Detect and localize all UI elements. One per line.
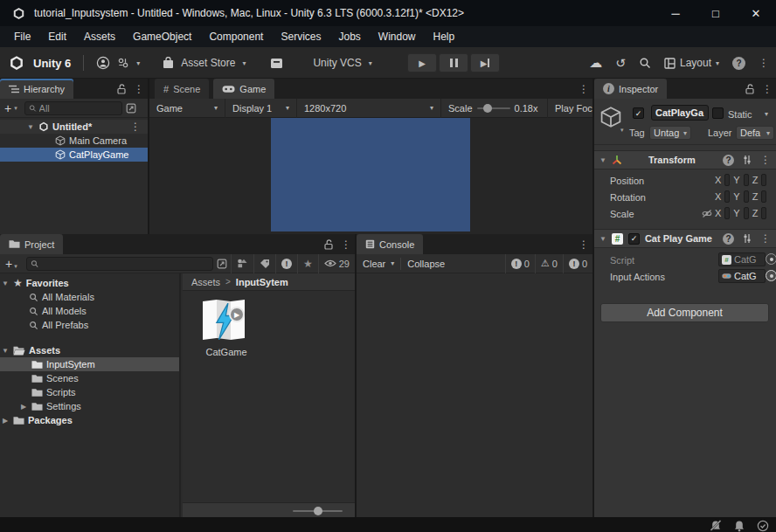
lock-open-icon[interactable] [324, 239, 333, 250]
layout-dropdown[interactable]: Layout ▾ [664, 57, 719, 69]
foldout-open-icon[interactable]: ▼ [599, 235, 606, 243]
folder-item-scripts[interactable]: Scripts [0, 385, 179, 399]
game-view-kebab-icon[interactable]: ⋮ [579, 83, 589, 95]
unity-vcs-button[interactable]: Unity VCS [313, 57, 361, 69]
add-object-caret-icon[interactable]: ▾ [14, 105, 17, 112]
favorites-item-all-models[interactable]: All Models [0, 304, 179, 318]
presets-icon[interactable] [742, 155, 752, 165]
hidden-packages-icon[interactable]: ! [275, 254, 297, 273]
help-icon[interactable]: ? [723, 233, 734, 245]
menu-services[interactable]: Services [272, 26, 329, 47]
link-broken-icon[interactable] [702, 209, 712, 218]
folder-item-scenes[interactable]: Scenes [0, 371, 179, 385]
gameobject-icon[interactable] [599, 106, 622, 128]
hierarchy-search-field[interactable] [24, 101, 122, 115]
close-button[interactable]: ✕ [736, 0, 776, 26]
menu-window[interactable]: Window [370, 26, 425, 47]
foldout-closed-icon[interactable]: ▶ [1, 417, 10, 425]
hierarchy-item-main-camera[interactable]: Main Camera [0, 134, 148, 148]
display-dropdown[interactable]: Display 1 ▾ [225, 99, 297, 118]
breadcrumb-root[interactable]: Assets [191, 277, 220, 287]
script-component-header[interactable]: ▼ # ✓ Cat Play Game ? ⋮ [594, 229, 776, 248]
menu-gameobject[interactable]: GameObject [124, 26, 200, 47]
rotation-y-field[interactable] [744, 190, 749, 203]
scale-x-field[interactable] [724, 207, 730, 219]
position-y-field[interactable] [744, 174, 749, 186]
active-checkbox[interactable]: ✓ [633, 107, 644, 119]
breadcrumb-current[interactable]: InputSytem [236, 277, 288, 287]
presets-icon[interactable] [742, 233, 752, 244]
menu-component[interactable]: Component [200, 26, 272, 47]
menu-file[interactable]: File [5, 26, 39, 47]
favorites-item-all-prefabs[interactable]: All Prefabs [0, 318, 179, 332]
add-object-button[interactable]: + [4, 101, 11, 115]
scene-kebab-icon[interactable]: ⋮ [130, 121, 141, 133]
tab-project[interactable]: Project [0, 234, 63, 254]
tab-hierarchy[interactable]: Hierarchy [0, 79, 73, 99]
tab-game[interactable]: Game [213, 79, 274, 99]
static-caret-icon[interactable]: ▾ [765, 110, 768, 118]
asset-catgame[interactable]: ▶ CatGame [198, 298, 254, 357]
thumbnail-size-slider-thumb[interactable] [314, 507, 322, 515]
game-target-dropdown[interactable]: Game ▾ [149, 99, 225, 118]
create-asset-caret-icon[interactable]: ▾ [14, 263, 17, 270]
maximize-button[interactable]: □ [696, 0, 736, 26]
popout-icon[interactable] [126, 103, 136, 114]
account-dropdown-caret-icon[interactable]: ▾ [136, 59, 140, 67]
pause-button[interactable] [439, 53, 468, 73]
scale-z-field[interactable] [761, 207, 766, 219]
notifications-muted-icon[interactable] [710, 520, 722, 532]
foldout-open-icon[interactable]: ▼ [1, 280, 10, 287]
step-button[interactable]: ▶ [470, 53, 500, 73]
tab-scene[interactable]: # Scene [155, 79, 209, 99]
menu-edit[interactable]: Edit [39, 26, 75, 47]
rotation-z-field[interactable] [761, 190, 766, 203]
menu-assets[interactable]: Assets [75, 26, 124, 47]
tab-console[interactable]: Console [357, 234, 423, 254]
hierarchy-item-catplaygame[interactable]: CatPlayGame [0, 148, 148, 162]
transform-kebab-icon[interactable]: ⋮ [760, 154, 771, 166]
popout-icon[interactable] [217, 259, 227, 269]
gameobject-icon-caret[interactable]: ▾ [620, 127, 624, 134]
bell-icon[interactable] [733, 520, 745, 532]
object-picker-icon[interactable] [766, 270, 776, 281]
project-kebab-icon[interactable]: ⋮ [341, 238, 351, 251]
warning-messages-toggle[interactable]: ⚠ 0 [535, 254, 563, 273]
favorites-item-all-materials[interactable]: All Materials [0, 290, 179, 304]
error-messages-toggle[interactable]: ! 0 [563, 254, 592, 273]
inspector-kebab-icon[interactable]: ⋮ [762, 83, 773, 95]
foldout-open-icon[interactable]: ▼ [1, 347, 10, 355]
project-search-input[interactable] [41, 259, 209, 269]
resolution-dropdown[interactable]: 1280x720 ▾ [297, 99, 441, 118]
favorites-row[interactable]: ▼ ★ Favorites [0, 276, 179, 290]
packages-root-row[interactable]: ▶ Packages [0, 413, 179, 427]
layer-dropdown[interactable]: Defa ▾ [736, 126, 774, 140]
assets-root-row[interactable]: ▼ Assets [0, 343, 179, 357]
cloud-sync-status-icon[interactable] [757, 520, 769, 532]
tab-inspector[interactable]: i Inspector [594, 79, 667, 99]
scale-slider-thumb[interactable] [483, 104, 492, 113]
cloud-icon[interactable]: ☁ [589, 55, 602, 71]
project-search-field[interactable] [26, 257, 213, 271]
hierarchy-kebab-icon[interactable]: ⋮ [134, 83, 144, 95]
unity-vcs-caret-icon[interactable]: ▾ [369, 59, 372, 67]
component-enabled-checkbox[interactable]: ✓ [628, 233, 640, 245]
scale-y-field[interactable] [744, 207, 749, 219]
position-z-field[interactable] [761, 174, 766, 186]
menu-jobs[interactable]: Jobs [329, 26, 369, 47]
menu-help[interactable]: Help [425, 26, 464, 47]
script-object-field[interactable]: # CatG [718, 252, 766, 266]
foldout-closed-icon[interactable]: ▶ [19, 403, 28, 411]
visibility-toggle[interactable]: 29 [318, 254, 355, 273]
filter-by-label-icon[interactable] [253, 254, 275, 273]
folder-item-inputsytem[interactable]: InputSytem [0, 357, 179, 371]
collapse-button[interactable]: Collapse [407, 259, 445, 269]
favorites-star-icon[interactable]: ★ [297, 254, 318, 273]
clear-caret-icon[interactable]: ▾ [391, 259, 394, 267]
scale-slider[interactable] [477, 107, 510, 109]
account-icon[interactable] [96, 56, 110, 70]
lock-open-icon[interactable] [117, 84, 126, 94]
position-x-field[interactable] [724, 174, 730, 186]
play-focused-dropdown[interactable]: Play Foc [548, 99, 592, 118]
foldout-open-icon[interactable]: ▼ [599, 156, 606, 164]
